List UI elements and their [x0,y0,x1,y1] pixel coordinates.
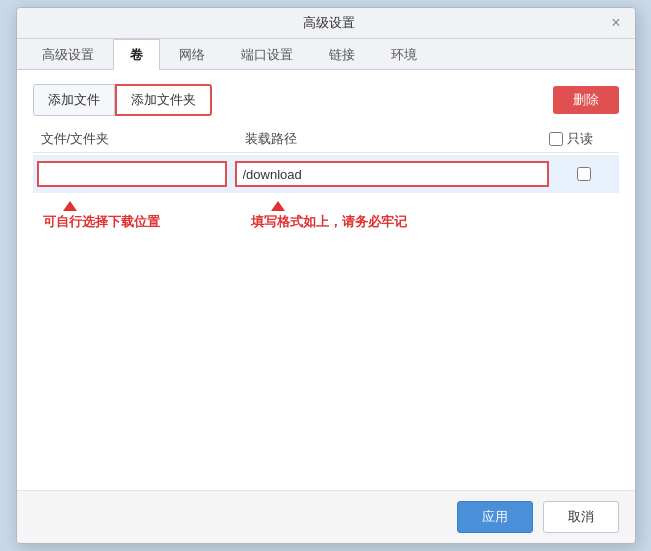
title-bar: 高级设置 × [17,8,635,39]
dialog: 高级设置 × 高级设置 卷 网络 端口设置 链接 环境 添加文件 添加文件夹 删… [16,7,636,544]
readonly-checkbox[interactable] [577,167,591,181]
table-row [33,155,619,193]
tab-env[interactable]: 环境 [374,39,434,70]
annotations: 可自行选择下载位置 填写格式如上，请务必牢记 [33,201,619,231]
tab-link[interactable]: 链接 [312,39,372,70]
arrow-up-right-icon [271,201,285,211]
annotation-left: 可自行选择下载位置 [33,201,233,231]
dialog-title: 高级设置 [49,14,610,32]
tabs-row: 高级设置 卷 网络 端口设置 链接 环境 [17,39,635,70]
col-header-mount: 装载路径 [237,130,549,148]
tab-port[interactable]: 端口设置 [224,39,310,70]
readonly-header-checkbox[interactable] [549,132,563,146]
add-folder-button[interactable]: 添加文件夹 [115,84,212,116]
footer: 应用 取消 [17,490,635,543]
close-button[interactable]: × [609,14,622,32]
annotation-right-text: 填写格式如上，请务必牢记 [251,214,407,229]
mount-path-input[interactable] [235,161,549,187]
annotation-left-text: 可自行选择下载位置 [43,214,160,229]
file-path-input[interactable] [37,161,227,187]
tab-volume[interactable]: 卷 [113,39,160,70]
readonly-cell [549,167,619,181]
cancel-button[interactable]: 取消 [543,501,619,533]
button-row: 添加文件 添加文件夹 删除 [33,84,619,116]
col-header-file: 文件/文件夹 [37,130,237,148]
annotation-right: 填写格式如上，请务必牢记 [233,201,619,231]
apply-button[interactable]: 应用 [457,501,533,533]
tab-network[interactable]: 网络 [162,39,222,70]
content-area: 添加文件 添加文件夹 删除 文件/文件夹 装载路径 只读 [17,70,635,490]
add-buttons: 添加文件 添加文件夹 [33,84,212,116]
table-header: 文件/文件夹 装载路径 只读 [33,126,619,153]
arrow-up-left-icon [63,201,77,211]
delete-button[interactable]: 删除 [553,86,619,114]
col-header-readonly: 只读 [549,130,619,148]
add-file-button[interactable]: 添加文件 [33,84,115,116]
tab-advanced[interactable]: 高级设置 [25,39,111,70]
